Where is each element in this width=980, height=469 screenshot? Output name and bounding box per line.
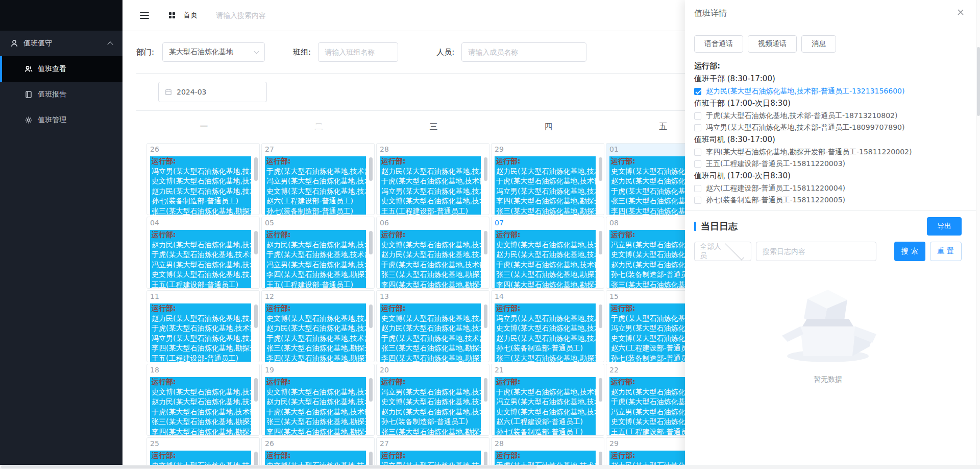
sidebar-item-duty-watch[interactable]: 值班值守 — [0, 31, 122, 56]
topbar-search-input[interactable] — [216, 11, 328, 19]
duty-member-row[interactable]: 王五(工程建设部-普通员工-15811220003) — [694, 159, 962, 168]
cell-scrollbar[interactable] — [369, 231, 373, 254]
vertical-scrollbar[interactable] — [976, 0, 980, 465]
cell-scrollbar[interactable] — [484, 157, 487, 181]
cell-scrollbar[interactable] — [599, 304, 602, 328]
sidebar-item-duty-view[interactable]: 值班查看 — [0, 56, 122, 82]
horizontal-scrollbar[interactable] — [0, 465, 980, 469]
cell-scrollbar[interactable] — [484, 231, 487, 254]
tab-home[interactable]: 首页 — [183, 11, 198, 20]
team-input[interactable] — [318, 42, 398, 62]
member-checkbox[interactable] — [694, 185, 701, 192]
team-label: 班组: — [293, 48, 311, 57]
calendar-day-cell[interactable]: 28运行部:赵力民(某大型石油炼化基地,技术部-普通员工)于虎(某大型石油炼化基… — [376, 143, 489, 215]
calendar-day-cell[interactable]: 26运行部:冯立男(某大型石油炼化基地,技术部-普通员工)史文博(某大型石油炼化… — [146, 143, 260, 215]
duty-entry[interactable]: 运行部:史文博(某大型石油炼化基地,技术部-普通员工)赵力民(某大型石油炼化基地… — [380, 303, 481, 362]
duty-entry[interactable]: 运行部:于虎(某大型石油炼化基地,技术部-普通员工)冯立男(某大型石油炼化基地,… — [495, 377, 596, 436]
duty-member-row[interactable]: 于虎(某大型石油炼化基地,技术部-普通员工-18713210802) — [694, 111, 962, 120]
calendar-day-cell[interactable]: 21运行部:于虎(某大型石油炼化基地,技术部-普通员工)冯立男(某大型石油炼化基… — [491, 364, 604, 436]
duty-entry[interactable]: 运行部:冯立男(某大型石油炼化基地,技术部-普通员工)史文博(某大型石油炼化基地… — [380, 377, 481, 436]
calendar-day-cell[interactable]: 13运行部:史文博(某大型石油炼化基地,技术部-普通员工)赵力民(某大型石油炼化… — [376, 290, 489, 362]
cell-scrollbar[interactable] — [254, 231, 258, 254]
calendar-day-cell[interactable]: 29运行部:赵力民(某大型石油炼化基地,技术部-普通员工)于虎(某大型石油炼化基… — [491, 143, 604, 215]
duty-person: 李四(某大型石油炼化基地,勘探开发部-普通员工) — [380, 354, 481, 363]
calendar-day-cell[interactable]: 12运行部:史文博(某大型石油炼化基地,技术部-普通员工)赵力民(某大型石油炼化… — [261, 290, 375, 362]
duty-member-row[interactable]: 赵六(工程建设部-普通员工-15811220004) — [694, 184, 962, 193]
cell-scrollbar[interactable] — [369, 304, 373, 328]
calendar-day-cell[interactable]: 28运行部:于虎(某大型石油炼化基地,技术部-普通员工)冯立男(某大型石油炼化基… — [491, 437, 604, 469]
cell-scrollbar[interactable] — [599, 378, 602, 402]
duty-member-row[interactable]: 李四(某大型石油炼化基地,勘探开发部-普通员工-15811220002) — [694, 148, 962, 156]
duty-entry[interactable]: 运行部:史文博(某大型石油炼化基地,技术部-普通员工)赵力民(某大型石油炼化基地… — [265, 377, 366, 436]
sidebar-logo-area — [0, 0, 122, 31]
duty-entry[interactable]: 运行部:赵力民(某大型石油炼化基地,技术部-普通员工)于虎(某大型石油炼化基地,… — [495, 156, 596, 215]
calendar-day-cell[interactable]: 27运行部:冯立男(某大型石油炼化基地,技术部-普通员工)史文博(某大型石油炼化… — [376, 437, 489, 469]
calendar-day-cell[interactable]: 14运行部:冯立男(某大型石油炼化基地,技术部-普通员工)史文博(某大型石油炼化… — [491, 290, 604, 362]
cell-scrollbar[interactable] — [369, 378, 373, 402]
calendar-day-cell[interactable]: 06运行部:史文博(某大型石油炼化基地,技术部-普通员工)赵力民(某大型石油炼化… — [376, 217, 489, 289]
calendar-day-cell[interactable]: 25运行部:史文博(某大型石油炼化基地,技术部-普通员工)赵力民(某大型石油炼化… — [146, 437, 260, 469]
duty-entry[interactable]: 运行部:史文博(某大型石油炼化基地,技术部-普通员工)赵力民(某大型石油炼化基地… — [265, 303, 366, 362]
member-checkbox[interactable] — [694, 124, 701, 131]
duty-entry[interactable]: 运行部:史文博(某大型石油炼化基地,技术部-普通员工)赵力民(某大型石油炼化基地… — [380, 230, 481, 289]
duty-entry[interactable]: 运行部:史文博(某大型石油炼化基地,技术部-普通员工)赵力民(某大型石油炼化基地… — [495, 230, 596, 289]
duty-person: 赵力民(某大型石油炼化基地,技术部-普通员工) — [380, 323, 481, 334]
close-icon[interactable] — [957, 8, 965, 16]
export-button[interactable]: 导出 — [927, 217, 962, 236]
calendar-day-cell[interactable]: 07运行部:史文博(某大型石油炼化基地,技术部-普通员工)赵力民(某大型石油炼化… — [491, 217, 604, 289]
cell-scrollbar[interactable] — [254, 304, 258, 328]
reset-button[interactable]: 重 置 — [930, 242, 962, 261]
member-checkbox[interactable] — [694, 160, 701, 168]
calendar-day-cell[interactable]: 04运行部:赵力民(某大型石油炼化基地,技术部-普通员工)于虎(某大型石油炼化基… — [146, 217, 260, 289]
duty-entry[interactable]: 运行部:于虎(某大型石油炼化基地,技术部-普通员工)冯立男(某大型石油炼化基地,… — [265, 156, 366, 215]
duty-person: 张三(某大型石油炼化基地,勘探开发部-普通员工) — [495, 354, 596, 363]
calendar-day-cell[interactable]: 18运行部:史文博(某大型石油炼化基地,技术部-普通员工)赵力民(某大型石油炼化… — [146, 364, 260, 436]
member-checkbox[interactable] — [694, 88, 701, 95]
message-button[interactable]: 消息 — [801, 35, 836, 53]
duty-member-row[interactable]: 赵力民(某大型石油炼化基地,技术部-普通员工-13213156600) — [694, 87, 962, 96]
member-checkbox[interactable] — [694, 112, 701, 120]
log-person-select[interactable]: 全部人员 — [694, 242, 751, 261]
duty-member-row[interactable]: 孙七(装备制造部-普通员工-15811220005) — [694, 196, 962, 204]
calendar-day-cell[interactable]: 27运行部:于虎(某大型石油炼化基地,技术部-普通员工)冯立男(某大型石油炼化基… — [261, 143, 375, 215]
day-number: 11 — [150, 292, 259, 303]
cell-scrollbar[interactable] — [599, 157, 602, 181]
duty-entry[interactable]: 运行部:史文博(某大型石油炼化基地,技术部-普通员工)赵力民(某大型石油炼化基地… — [150, 377, 251, 436]
grid-icon[interactable] — [169, 12, 175, 18]
section-accent-bar — [694, 222, 696, 231]
vertical-scrollbar-thumb[interactable] — [977, 47, 980, 116]
horizontal-scrollbar-thumb[interactable] — [1, 465, 537, 468]
calendar-day-cell[interactable]: 11运行部:赵力民(某大型石油炼化基地,技术部-普通员工)于虎(某大型石油炼化基… — [146, 290, 260, 362]
person-input[interactable] — [461, 42, 586, 62]
duty-dept-label: 运行部: — [380, 303, 481, 314]
video-call-button[interactable]: 视频通话 — [748, 35, 797, 53]
member-checkbox[interactable] — [694, 197, 701, 204]
cell-scrollbar[interactable] — [484, 304, 487, 328]
hamburger-icon[interactable] — [140, 12, 149, 19]
cell-scrollbar[interactable] — [254, 378, 258, 402]
calendar-day-cell[interactable]: 19运行部:史文博(某大型石油炼化基地,技术部-普通员工)赵力民(某大型石油炼化… — [261, 364, 375, 436]
cell-scrollbar[interactable] — [484, 378, 487, 402]
cell-scrollbar[interactable] — [599, 231, 602, 254]
calendar-day-cell[interactable]: 20运行部:冯立男(某大型石油炼化基地,技术部-普通员工)史文博(某大型石油炼化… — [376, 364, 489, 436]
sidebar-item-duty-manage[interactable]: 值班管理 — [0, 107, 122, 133]
calendar-day-cell[interactable]: 26运行部:史文博(某大型石油炼化基地,技术部-普通员工)赵力民(某大型石油炼化… — [261, 437, 375, 469]
member-checkbox[interactable] — [694, 149, 701, 156]
cell-scrollbar[interactable] — [369, 157, 373, 181]
duty-entry[interactable]: 运行部:赵力民(某大型石油炼化基地,技术部-普通员工)于虎(某大型石油炼化基地,… — [150, 303, 251, 362]
department-select[interactable]: 某大型石油炼化基地 — [162, 42, 265, 62]
duty-entry[interactable]: 运行部:冯立男(某大型石油炼化基地,技术部-普通员工)史文博(某大型石油炼化基地… — [495, 303, 596, 362]
month-picker[interactable]: 2024-03 — [158, 82, 267, 102]
voice-call-button[interactable]: 语音通话 — [694, 35, 743, 53]
duty-group-header: 值班司机 (17:00-次日8:30) — [694, 171, 962, 181]
duty-entry[interactable]: 运行部:冯立男(某大型石油炼化基地,技术部-普通员工)史文博(某大型石油炼化基地… — [150, 156, 251, 215]
duty-entry[interactable]: 运行部:赵力民(某大型石油炼化基地,技术部-普通员工)于虎(某大型石油炼化基地,… — [265, 230, 366, 289]
cell-scrollbar[interactable] — [254, 157, 258, 181]
log-search-input[interactable] — [756, 242, 876, 261]
calendar-day-cell[interactable]: 05运行部:赵力民(某大型石油炼化基地,技术部-普通员工)于虎(某大型石油炼化基… — [261, 217, 375, 289]
search-button[interactable]: 搜 索 — [894, 242, 925, 261]
duty-entry[interactable]: 运行部:赵力民(某大型石油炼化基地,技术部-普通员工)于虎(某大型石油炼化基地,… — [150, 230, 251, 289]
duty-member-row[interactable]: 冯立男(某大型石油炼化基地,技术部-普通员工-18099707890) — [694, 123, 962, 132]
sidebar-item-duty-report[interactable]: 值班报告 — [0, 82, 122, 107]
duty-entry[interactable]: 运行部:赵力民(某大型石油炼化基地,技术部-普通员工)于虎(某大型石油炼化基地,… — [380, 156, 481, 215]
